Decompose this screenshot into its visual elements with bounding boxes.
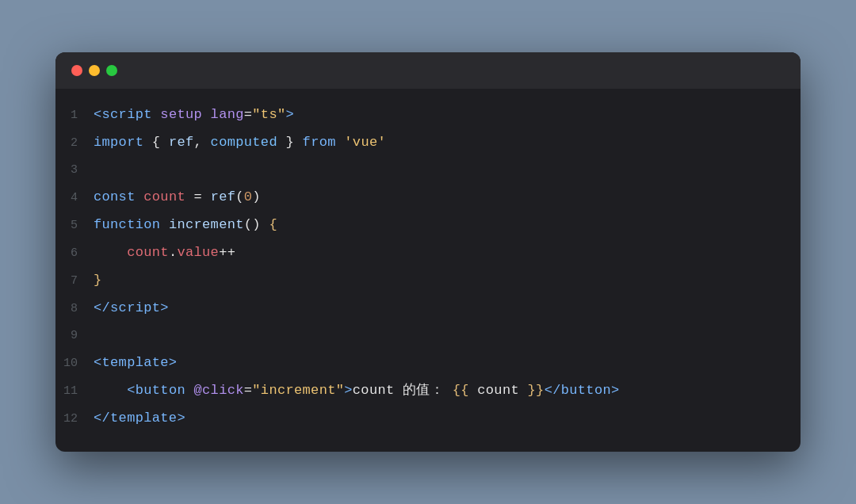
line-number: 7 <box>55 269 94 293</box>
line-content: </script> <box>94 296 801 320</box>
line-number: 5 <box>55 214 94 238</box>
code-line: 10 <template> <box>55 349 801 377</box>
line-content: import { ref, computed } from 'vue' <box>94 131 801 155</box>
line-number: 3 <box>55 158 94 182</box>
code-line: 3 <box>55 157 801 184</box>
line-content: <template> <box>94 351 801 375</box>
line-content: function increment() { <box>94 213 801 237</box>
code-line: 7 } <box>55 267 801 295</box>
line-number: 12 <box>55 407 94 431</box>
code-line: 11 <button @click="increment">count 的值： … <box>55 377 801 405</box>
line-content: </template> <box>94 407 801 430</box>
line-number: 9 <box>55 324 94 348</box>
line-number: 11 <box>55 380 94 403</box>
line-number: 4 <box>55 186 94 210</box>
line-content: <script setup lang="ts"> <box>94 103 801 127</box>
code-line: 4 const count = ref(0) <box>55 184 801 212</box>
code-line: 8 </script> <box>55 295 801 323</box>
line-number: 10 <box>55 352 94 376</box>
line-content: count.value++ <box>94 241 801 265</box>
minimize-button[interactable] <box>89 65 100 76</box>
maximize-button[interactable] <box>106 65 117 76</box>
code-editor: 1 <script setup lang="ts"> 2 import { re… <box>55 89 801 452</box>
line-content: const count = ref(0) <box>94 185 801 209</box>
titlebar <box>55 52 801 89</box>
code-window: 1 <script setup lang="ts"> 2 import { re… <box>55 52 801 452</box>
code-line: 6 count.value++ <box>55 239 801 267</box>
line-number: 2 <box>55 132 94 155</box>
line-number: 8 <box>55 297 94 321</box>
code-line: 12 </template> <box>55 405 801 433</box>
line-number: 1 <box>55 104 94 128</box>
code-line: 1 <script setup lang="ts"> <box>55 101 801 129</box>
code-line: 9 <box>55 323 801 349</box>
line-number: 6 <box>55 242 94 265</box>
code-line: 2 import { ref, computed } from 'vue' <box>55 129 801 157</box>
line-content: <button @click="increment">count 的值： {{ … <box>94 379 801 403</box>
line-content: } <box>94 269 801 292</box>
close-button[interactable] <box>71 65 82 76</box>
code-line: 5 function increment() { <box>55 212 801 239</box>
